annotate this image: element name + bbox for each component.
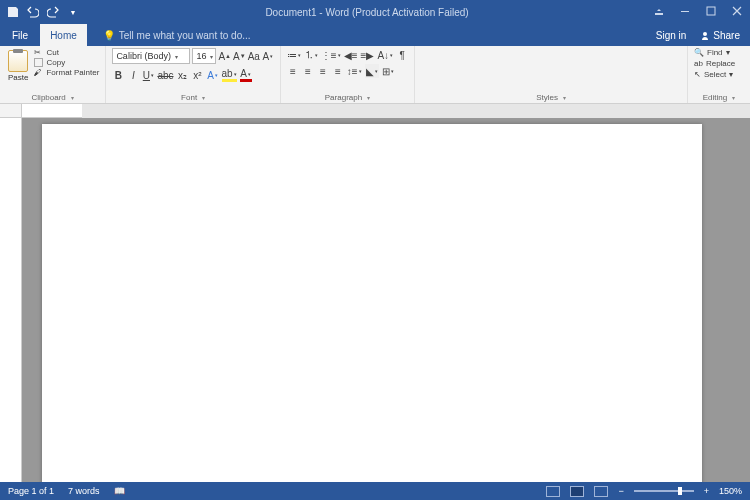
superscript-icon[interactable]: x²: [192, 68, 204, 82]
document-area[interactable]: [22, 118, 750, 488]
quick-access-toolbar: ▼: [6, 5, 80, 19]
copy-icon: [34, 58, 43, 67]
multilevel-icon[interactable]: ⋮≡: [321, 48, 341, 62]
svg-rect-2: [707, 7, 715, 15]
strike-icon[interactable]: abc: [157, 68, 173, 82]
ribbon-tabs: File Home 💡 Tell me what you want to do.…: [0, 24, 750, 46]
maximize-icon[interactable]: [706, 6, 718, 18]
svg-rect-0: [655, 13, 663, 15]
align-left-icon[interactable]: ≡: [287, 64, 299, 78]
proofing-icon[interactable]: 📖: [114, 486, 125, 496]
numbering-icon[interactable]: ⒈: [304, 48, 318, 62]
group-clipboard: Paste ✂Cut Copy 🖌Format Painter Clipboar…: [0, 46, 106, 103]
svg-rect-1: [681, 11, 689, 12]
sign-in-link[interactable]: Sign in: [656, 30, 687, 41]
font-color-icon[interactable]: A: [240, 68, 252, 82]
show-marks-icon[interactable]: ¶: [396, 48, 408, 62]
print-layout-icon[interactable]: [570, 486, 584, 497]
paste-button[interactable]: Paste: [6, 48, 30, 84]
zoom-out-button[interactable]: −: [618, 486, 623, 496]
title-bar: ▼ Document1 - Word (Product Activation F…: [0, 0, 750, 24]
justify-icon[interactable]: ≡: [332, 64, 344, 78]
ribbon: Paste ✂Cut Copy 🖌Format Painter Clipboar…: [0, 46, 750, 104]
redo-icon[interactable]: [46, 5, 60, 19]
zoom-slider[interactable]: [634, 490, 694, 492]
page: [42, 124, 702, 488]
decrease-indent-icon[interactable]: ◀≡: [344, 48, 358, 62]
highlight-icon[interactable]: ab: [222, 68, 237, 82]
brush-icon: 🖌: [34, 68, 43, 77]
text-effects-icon[interactable]: A: [207, 68, 219, 82]
align-center-icon[interactable]: ≡: [302, 64, 314, 78]
qat-customize-icon[interactable]: ▼: [66, 5, 80, 19]
italic-icon[interactable]: I: [127, 68, 139, 82]
tab-home[interactable]: Home: [40, 24, 87, 46]
web-layout-icon[interactable]: [594, 486, 608, 497]
line-spacing-icon[interactable]: ↕≡: [347, 64, 362, 78]
font-name-select[interactable]: Calibri (Body): [112, 48, 190, 64]
lightbulb-icon: 💡: [103, 30, 115, 41]
status-bar: Page 1 of 1 7 words 📖 − + 150%: [0, 482, 750, 500]
ribbon-options-icon[interactable]: [654, 6, 666, 18]
cut-button[interactable]: ✂Cut: [34, 48, 99, 57]
find-icon: 🔍: [694, 48, 704, 57]
ruler-row: [0, 104, 750, 118]
select-icon: ↖: [694, 70, 701, 79]
undo-icon[interactable]: [26, 5, 40, 19]
ruler-corner: [0, 104, 22, 118]
read-mode-icon[interactable]: [546, 486, 560, 497]
group-paragraph: ≔ ⒈ ⋮≡ ◀≡ ≡▶ A↓ ¶ ≡ ≡ ≡ ≡ ↕≡ ◣ ⊞: [281, 46, 415, 103]
subscript-icon[interactable]: x₂: [177, 68, 189, 82]
group-font: Calibri (Body) 16 A▲ A▼ Aa A B I U abc x…: [106, 46, 280, 103]
bullets-icon[interactable]: ≔: [287, 48, 301, 62]
font-size-select[interactable]: 16: [192, 48, 216, 64]
file-tab[interactable]: File: [0, 24, 40, 46]
window-title: Document1 - Word (Product Activation Fai…: [80, 7, 654, 18]
group-editing: 🔍Find ▾ abReplace ↖Select ▾ Editing: [688, 46, 750, 103]
zoom-in-button[interactable]: +: [704, 486, 709, 496]
bold-icon[interactable]: B: [112, 68, 124, 82]
clear-format-icon[interactable]: A: [262, 49, 274, 63]
underline-icon[interactable]: U: [142, 68, 154, 82]
sort-icon[interactable]: A↓: [377, 48, 393, 62]
horizontal-ruler[interactable]: [22, 104, 82, 118]
format-painter-button[interactable]: 🖌Format Painter: [34, 68, 99, 77]
word-count[interactable]: 7 words: [68, 486, 100, 496]
borders-icon[interactable]: ⊞: [382, 64, 394, 78]
vertical-ruler[interactable]: [0, 118, 22, 488]
replace-icon: ab: [694, 59, 703, 68]
save-icon[interactable]: [6, 5, 20, 19]
paste-icon: [8, 50, 28, 72]
increase-indent-icon[interactable]: ≡▶: [361, 48, 375, 62]
tell-me-search[interactable]: 💡 Tell me what you want to do...: [87, 30, 251, 41]
window-controls: [654, 6, 744, 18]
share-button[interactable]: Share: [700, 30, 740, 41]
svg-point-3: [703, 32, 707, 36]
grow-font-icon[interactable]: A▲: [218, 49, 231, 63]
copy-button[interactable]: Copy: [34, 58, 99, 67]
page-indicator[interactable]: Page 1 of 1: [8, 486, 54, 496]
align-right-icon[interactable]: ≡: [317, 64, 329, 78]
minimize-icon[interactable]: [680, 6, 692, 18]
find-button[interactable]: 🔍Find ▾: [694, 48, 735, 57]
group-styles: Styles: [415, 46, 688, 103]
zoom-level[interactable]: 150%: [719, 486, 742, 496]
workspace: [0, 118, 750, 488]
scissors-icon: ✂: [34, 48, 43, 57]
change-case-icon[interactable]: Aa: [248, 49, 260, 63]
shading-icon[interactable]: ◣: [365, 64, 379, 78]
select-button[interactable]: ↖Select ▾: [694, 70, 735, 79]
close-icon[interactable]: [732, 6, 744, 18]
shrink-font-icon[interactable]: A▼: [233, 49, 246, 63]
replace-button[interactable]: abReplace: [694, 59, 735, 68]
